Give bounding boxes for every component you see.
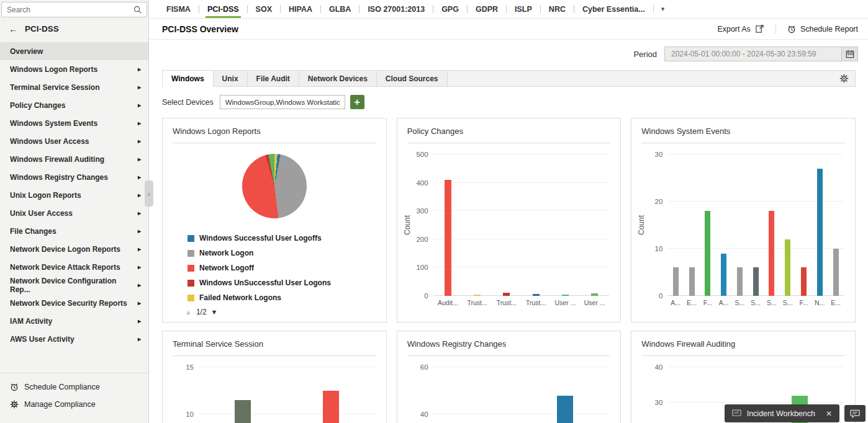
sidebar-item-windows-system-events[interactable]: Windows System Events▸ (0, 114, 148, 132)
tab-islp[interactable]: ISLP (507, 0, 540, 18)
back-arrow-icon[interactable]: ← (9, 24, 18, 33)
sidebar-item-windows-logon-reports[interactable]: Windows Logon Reports▸ (0, 60, 148, 78)
schedule-report-button[interactable]: Schedule Report (787, 25, 858, 33)
windows-logon-reports-pie-chart: Windows Successful User LogoffsNetwork L… (163, 143, 386, 302)
sidebar-item-network-device-logon-reports[interactable]: Network Device Logon Reports▸ (0, 240, 148, 258)
sidebar-item-policy-changes[interactable]: Policy Changes▸ (0, 96, 148, 114)
bar[interactable] (785, 239, 790, 296)
card-title: Windows Logon Reports (173, 118, 376, 143)
period-row: Period (150, 40, 868, 61)
source-tab-unix[interactable]: Unix (214, 71, 248, 87)
incident-close-icon[interactable]: ✕ (826, 409, 832, 418)
sidebar-collapse-handle[interactable]: ‹ (145, 180, 153, 207)
legend-item[interactable]: Windows Successful User Logoffs (188, 234, 386, 243)
bar[interactable] (689, 267, 695, 296)
search-input[interactable] (7, 6, 133, 14)
bar[interactable] (445, 180, 451, 296)
x-tick-label: Trust... (522, 299, 551, 306)
calendar-button[interactable] (842, 47, 858, 61)
compliance-name: PCI-DSS (25, 24, 59, 33)
bar[interactable] (503, 293, 510, 296)
y-tick-label: 20 (655, 198, 663, 205)
pager-down-icon[interactable]: ▼ (211, 308, 218, 316)
sidebar-item-overview[interactable]: Overview (0, 42, 148, 60)
sidebar-item-windows-firewall-auditing[interactable]: Windows Firewall Auditing▸ (0, 150, 148, 168)
sidebar-item-iam-activity[interactable]: IAM Activity▸ (0, 312, 148, 330)
pager-up-icon[interactable]: ▲ (185, 308, 192, 316)
sidebar-item-terminal-service-session[interactable]: Terminal Service Session▸ (0, 78, 148, 96)
chat-feedback-button[interactable] (844, 405, 866, 422)
dashboard-grid: Windows Logon Reports Windows Successful… (150, 115, 868, 423)
period-label: Period (633, 50, 657, 59)
bar[interactable] (753, 267, 759, 296)
bar[interactable] (737, 267, 743, 296)
device-select-input[interactable] (220, 95, 345, 109)
sidebar-item-file-changes[interactable]: File Changes▸ (0, 222, 148, 240)
period-range-input[interactable] (664, 47, 842, 61)
bar[interactable] (562, 295, 569, 296)
source-tab-windows[interactable]: Windows (163, 71, 214, 87)
sidebar-item-label: Overview (10, 47, 43, 56)
y-tick-label: 60 (420, 363, 428, 371)
schedule-compliance-button[interactable]: Schedule Compliance (0, 378, 148, 396)
bar[interactable] (323, 391, 339, 423)
legend-item[interactable]: Windows UnSuccessful User Logons (188, 278, 386, 287)
sidebar-nav: OverviewWindows Logon Reports▸Terminal S… (0, 40, 148, 373)
manage-compliance-button[interactable]: Manage Compliance (0, 396, 148, 413)
bar[interactable] (705, 211, 710, 296)
plus-icon: + (355, 97, 360, 107)
y-axis-label (168, 367, 178, 423)
tab-hipaa[interactable]: HIPAA (281, 0, 320, 18)
sidebar-footer: Schedule Compliance Manage Compliance (0, 373, 148, 423)
bar[interactable] (833, 249, 839, 296)
bar[interactable] (673, 267, 679, 296)
bar[interactable] (557, 396, 573, 423)
bar[interactable] (533, 294, 540, 296)
tab-nrc[interactable]: NRC (541, 0, 574, 18)
bar[interactable] (817, 169, 823, 296)
add-device-button[interactable]: + (350, 95, 364, 109)
sidebar-item-unix-user-access[interactable]: Unix User Access▸ (0, 204, 148, 222)
tab-gpg[interactable]: GPG (433, 0, 467, 18)
sidebar-item-network-device-attack-reports[interactable]: Network Device Attack Reports▸ (0, 258, 148, 276)
pie-chart[interactable] (242, 154, 307, 218)
compliance-back-header[interactable]: ← PCI-DSS (0, 17, 148, 40)
more-tabs-button[interactable]: ▾ (654, 0, 672, 18)
sidebar-search[interactable] (1, 2, 147, 17)
sidebar-item-unix-logon-reports[interactable]: Unix Logon Reports▸ (0, 186, 148, 204)
submenu-arrow-icon: ▸ (138, 156, 141, 163)
tab-fisma[interactable]: FISMA (158, 0, 199, 18)
bar[interactable] (474, 295, 481, 296)
legend-item[interactable]: Network Logoff (188, 264, 386, 272)
sidebar-item-network-device-security-reports[interactable]: Network Device Security Reports▸ (0, 294, 148, 312)
legend-item[interactable]: Network Logon (188, 249, 386, 257)
dashboard-settings-gear-icon[interactable] (839, 74, 849, 83)
select-devices-row: Select Devices + (150, 87, 868, 115)
tab-cyber-essentia[interactable]: Cyber Essentia... (574, 0, 653, 18)
incident-workbench-bar[interactable]: Incident Workbench ✕ (725, 404, 839, 422)
source-tab-file-audit[interactable]: File Audit (248, 71, 299, 87)
sidebar-item-windows-user-access[interactable]: Windows User Access▸ (0, 132, 148, 150)
bar[interactable] (235, 400, 251, 423)
bar[interactable] (591, 293, 598, 296)
tab-glba[interactable]: GLBA (321, 0, 359, 18)
x-tick-label: Trust... (463, 299, 492, 306)
sidebar-item-windows-registry-changes[interactable]: Windows Registry Changes▸ (0, 168, 148, 186)
bar-slot (522, 154, 551, 296)
tab-sox[interactable]: SOX (248, 0, 280, 18)
sidebar-item-aws-user-activity[interactable]: AWS User Activity▸ (0, 330, 148, 348)
bar[interactable] (721, 254, 726, 296)
bar-slot (463, 154, 492, 296)
source-tab-network-devices[interactable]: Network Devices (299, 71, 377, 87)
bar[interactable] (801, 267, 807, 296)
sidebar-item-network-device-configuration-rep[interactable]: Network Device Configuration Rep...▸ (0, 276, 148, 294)
tab-pci-dss[interactable]: PCI-DSS (199, 0, 247, 18)
tab-gdpr[interactable]: GDPR (468, 0, 506, 18)
chart-body: 0100200300400500Audit...Trust...Trust...… (412, 154, 612, 306)
source-tab-cloud-sources[interactable]: Cloud Sources (377, 71, 448, 87)
schedule-report-icon (787, 25, 796, 33)
export-as-button[interactable]: Export As (717, 24, 764, 33)
bar[interactable] (769, 211, 774, 296)
tab-iso-27001-2013[interactable]: ISO 27001:2013 (359, 0, 433, 18)
legend-item[interactable]: Failed Network Logons (188, 293, 386, 302)
